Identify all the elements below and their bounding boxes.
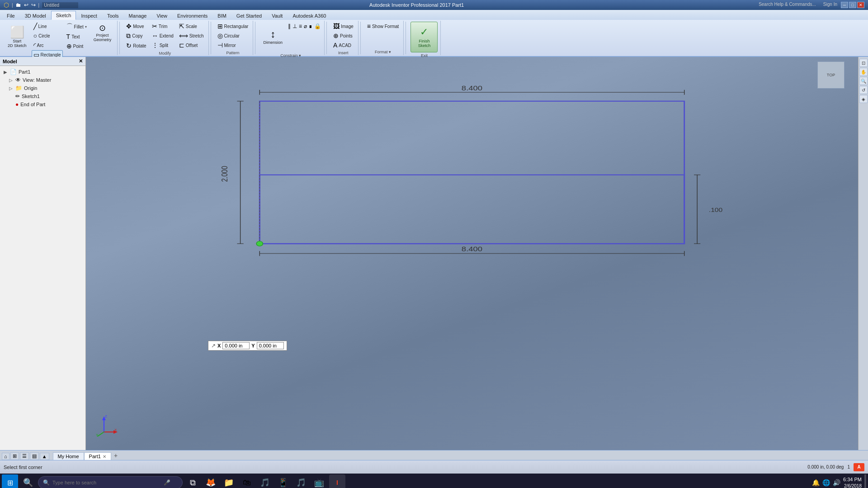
mic-icon[interactable]: 🎤 [164,479,170,486]
search-input[interactable] [52,480,161,485]
canvas[interactable]: 8.400 2.000 8.400 .100 [86,57,858,450]
rotate-button[interactable]: ↻ Rotate [124,41,148,50]
image-button[interactable]: 🖼 Image [331,22,355,31]
trim-button[interactable]: ✂ Trim [150,22,175,31]
finish-sketch-button[interactable]: ✓ FinishSketch [410,22,438,52]
tab-a360[interactable]: Autodesk A360 [288,11,331,20]
rt-zoom[interactable]: 🔍 [859,77,868,85]
mirror-button[interactable]: ⊣ Mirror [216,41,250,50]
phone-btn[interactable]: 📱 [275,474,291,488]
dimension-button[interactable]: ↕ Dimension [260,22,286,52]
constraint-icon-2[interactable]: ⊥ [292,23,297,30]
volume-icon[interactable]: 🔊 [833,479,840,486]
quick-access-redo[interactable]: ↪ [31,2,36,8]
constraint-icon-6[interactable]: 🔒 [314,23,321,30]
tree-item-origin[interactable]: ▷ 📁 Origin [2,84,84,92]
quick-access-save[interactable]: 🖿 [16,2,21,8]
media-btn[interactable]: 🎵 [257,474,273,488]
extend-button[interactable]: ↔ Extend [150,31,175,40]
show-format-button[interactable]: ≡ Show Format [365,22,401,31]
network-icon[interactable]: 🌐 [822,479,830,486]
inventor-btn[interactable]: I [329,474,345,488]
point-button[interactable]: ⊕ Point [65,42,89,51]
expand-icon-viewmaster[interactable]: ▷ [9,78,14,83]
line-button[interactable]: ╱ Line [32,22,63,31]
maximize-button[interactable]: □ [849,2,856,8]
expand-icon-origin[interactable]: ▷ [9,86,14,91]
notification-icon[interactable]: 🔔 [812,479,820,486]
tab-getstarted[interactable]: Get Started [231,11,267,20]
view-home-btn[interactable]: ⌂ [2,453,9,460]
viewcube[interactable]: TOP [817,61,844,89]
acad-button[interactable]: A ACAD [331,41,355,50]
fillet-button[interactable]: ⌒ Fillet ▾ [65,22,89,32]
create-col-2: ⌒ Fillet ▾ T Text ⊕ Point [65,22,89,51]
taskbar-search-btn[interactable]: 🔍 [20,474,36,488]
view-list-btn[interactable]: ☰ [20,452,29,460]
expand-icon-part1[interactable]: ▶ [4,70,8,75]
start-2d-sketch-button[interactable]: ⬜ Start2D Sketch [5,22,30,52]
netflix-btn[interactable]: 📺 [311,474,327,488]
x-input[interactable] [222,342,250,349]
tab-sketch[interactable]: Sketch [51,11,76,20]
rt-zoom-all[interactable]: ⊡ [859,59,868,67]
stretch-button[interactable]: ⟺ Stretch [177,31,206,40]
view-up-btn[interactable]: ▲ [40,453,49,460]
tree-item-viewmaster[interactable]: ▷ 👁 View: Master [2,76,84,84]
constraint-icon-4[interactable]: ⌀ [303,23,307,30]
sep3 [255,22,255,54]
constraint-icon-1[interactable]: ∥ [288,23,291,30]
minimize-button[interactable]: ─ [841,2,848,8]
y-input[interactable] [257,342,284,349]
rt-pan[interactable]: ✋ [859,68,868,76]
rt-appearance[interactable]: ◈ [859,95,868,103]
constraint-icon-3[interactable]: ≡ [298,23,302,30]
tab-inspect[interactable]: Inspect [76,11,102,20]
tab-bim[interactable]: BIM [212,11,231,20]
tab-file[interactable]: File [2,11,20,20]
rectangular-button[interactable]: ⊞ Rectangular [216,22,250,31]
firefox-btn[interactable]: 🦊 [203,474,219,488]
part1-tab[interactable]: Part1 ✕ [84,452,111,460]
circle-button[interactable]: ○ Circle [32,31,63,40]
tab-tools[interactable]: Tools [102,11,124,20]
tree-item-part1[interactable]: ▶ 📄 Part1 [2,68,84,76]
scale-button[interactable]: ⇱ Scale [177,22,206,31]
explorer-btn[interactable]: 📁 [221,474,237,488]
close-button[interactable]: ✕ [857,2,864,8]
search-help[interactable]: Search Help & Commands... [755,2,820,8]
tab-manage[interactable]: Manage [124,11,152,20]
view-grid-btn[interactable]: ⊞ [10,452,19,460]
tab-vault[interactable]: Vault [267,11,288,20]
split-button[interactable]: ⋮ Split [150,41,175,50]
sidebar-close-icon[interactable]: ✕ [79,58,83,64]
tree-item-endofpart[interactable]: ● End of Part [2,100,84,108]
tab-view[interactable]: View [151,11,172,20]
part1-tab-close-icon[interactable]: ✕ [103,454,106,459]
start-button[interactable]: ⊞ [2,474,18,488]
text-button[interactable]: T Text [65,32,89,41]
tree-item-sketch1[interactable]: ✏ Sketch1 [2,92,84,100]
tab-3dmodel[interactable]: 3D Model [20,11,51,20]
store-btn[interactable]: 🛍 [239,474,255,488]
rt-orbit[interactable]: ↺ [859,86,868,94]
myhome-tab[interactable]: My Home [53,452,84,460]
quick-access-undo[interactable]: ↩ [24,2,28,8]
view-detail-btn[interactable]: ▤ [30,452,39,460]
spotify-btn[interactable]: 🎵 [293,474,309,488]
tab-environments[interactable]: Environments [172,11,212,20]
taskview-btn[interactable]: ⧉ [184,474,201,488]
constraint-icon-5[interactable]: ∎ [308,23,313,30]
project-geometry-button[interactable]: ⊙ ProjectGeometry [90,22,115,44]
move-button[interactable]: ✥ Move [124,22,148,31]
circular-button[interactable]: ◎ Circular [216,31,250,40]
copy-button[interactable]: ⧉ Copy [124,31,148,41]
signin-btn[interactable]: Sign In [821,2,840,8]
search-bar[interactable]: 🔍 🎤 [38,476,183,488]
points-button[interactable]: ⊕ Points [331,31,355,40]
fillet-dropdown-icon[interactable]: ▾ [85,25,87,29]
new-tab-btn[interactable]: + [111,451,120,460]
offset-button[interactable]: ⊏ Offset [177,41,206,50]
show-desktop-btn[interactable] [864,474,866,488]
arc-button[interactable]: ◜ Arc [32,41,63,50]
